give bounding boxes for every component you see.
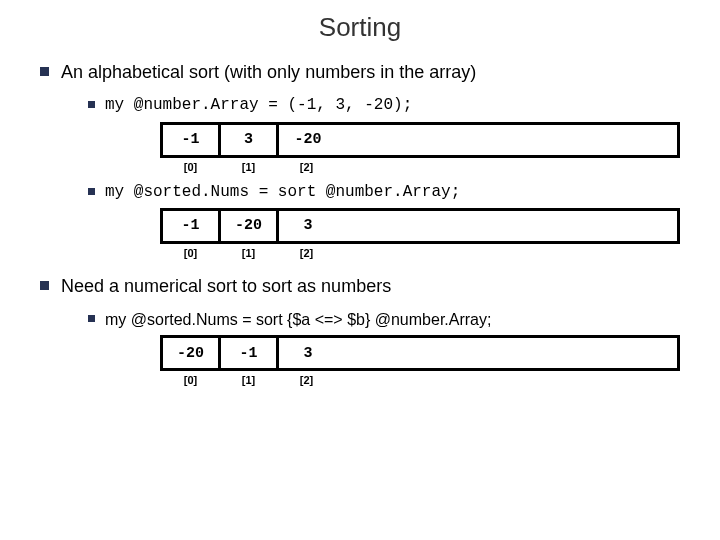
code-line-number-array: my @number.Array = (-1, 3, -20);: [88, 96, 680, 115]
array-row: -20 -1 3: [160, 335, 680, 371]
square-bullet-icon: [88, 315, 95, 322]
array-diagram-2: -1 -20 3 [0] [1] [2]: [160, 208, 680, 259]
index-row: [0] [1] [2]: [160, 247, 680, 259]
square-bullet-icon: [88, 188, 95, 195]
index-row: [0] [1] [2]: [160, 374, 680, 386]
array-diagram-3: -20 -1 3 [0] [1] [2]: [160, 335, 680, 386]
index-label: [2]: [276, 374, 334, 386]
array-diagram-1: -1 3 -20 [0] [1] [2]: [160, 122, 680, 173]
code-text: my @sorted.Nums = sort @number.Array;: [105, 183, 460, 202]
index-row: [0] [1] [2]: [160, 161, 680, 173]
code-text: my @number.Array = (-1, 3, -20);: [105, 96, 412, 115]
bullet-numerical-sort: Need a numerical sort to sort as numbers: [40, 275, 680, 298]
index-label: [0]: [160, 247, 218, 259]
array-cell: 3: [221, 125, 279, 155]
index-label: [1]: [218, 374, 276, 386]
bullet-text: An alphabetical sort (with only numbers …: [61, 61, 476, 84]
array-cell: -20: [279, 125, 337, 155]
square-bullet-icon: [40, 67, 49, 76]
array-cell: 3: [279, 211, 337, 241]
array-cell: -1: [163, 211, 221, 241]
code-line-numerical-sort: my @sorted.Nums = sort {$a <=> $b} @numb…: [88, 310, 680, 329]
index-label: [2]: [276, 247, 334, 259]
index-label: [1]: [218, 161, 276, 173]
index-label: [1]: [218, 247, 276, 259]
index-label: [0]: [160, 374, 218, 386]
code-line-sorted-nums: my @sorted.Nums = sort @number.Array;: [88, 183, 680, 202]
array-row: -1 -20 3: [160, 208, 680, 244]
index-label: [0]: [160, 161, 218, 173]
array-row: -1 3 -20: [160, 122, 680, 158]
code-text: my @sorted.Nums = sort {$a <=> $b} @numb…: [105, 310, 491, 329]
square-bullet-icon: [40, 281, 49, 290]
array-cell: -20: [163, 338, 221, 368]
bullet-text: Need a numerical sort to sort as numbers: [61, 275, 391, 298]
index-label: [2]: [276, 161, 334, 173]
array-cell: -20: [221, 211, 279, 241]
array-cell: -1: [221, 338, 279, 368]
square-bullet-icon: [88, 101, 95, 108]
slide-title: Sorting: [40, 12, 680, 43]
bullet-alphabetical-sort: An alphabetical sort (with only numbers …: [40, 61, 680, 84]
array-cell: -1: [163, 125, 221, 155]
array-cell: 3: [279, 338, 337, 368]
